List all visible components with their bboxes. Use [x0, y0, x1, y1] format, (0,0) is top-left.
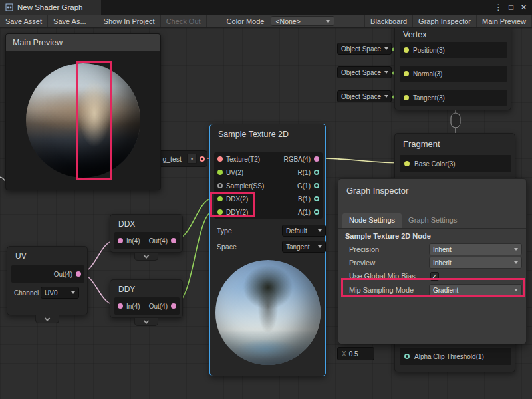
tangent-space-value: Object Space — [341, 93, 381, 100]
type-label: Type — [217, 227, 232, 235]
texture-input-label: Texture(T2) — [223, 156, 263, 163]
r-output-port[interactable] — [314, 170, 319, 175]
save-asset-button[interactable]: Save Asset — [0, 15, 48, 27]
channel-dropdown[interactable]: UV0 — [41, 287, 79, 299]
ddx-node[interactable]: DDX In(4) Out(4) — [110, 214, 183, 253]
fragment-node-title: Fragment — [395, 134, 515, 152]
normal-port-label: Normal(3) — [413, 70, 442, 78]
chevron-down-icon — [144, 253, 149, 258]
sampler-input-label: Sampler(SS) — [223, 182, 267, 190]
normal-port[interactable] — [404, 71, 409, 76]
window-tab[interactable]: New Shader Graph — [0, 0, 101, 15]
chevron-down-icon — [384, 95, 388, 98]
ddy-in-port[interactable] — [118, 303, 123, 309]
space-label: Space — [217, 243, 237, 251]
b-output-label: B(1) — [295, 196, 314, 203]
uv-node-title: UV — [7, 247, 87, 263]
ddx-input-port[interactable] — [217, 196, 223, 201]
chevron-down-icon — [514, 261, 518, 264]
g-output-port[interactable] — [314, 183, 319, 188]
ddx-collapse-toggle[interactable] — [134, 253, 158, 261]
main-preview-header[interactable]: Main Preview — [6, 34, 160, 51]
main-preview-title: Main Preview — [13, 38, 63, 47]
channel-label: Channel — [14, 289, 39, 297]
rgba-output-label: RGBA(4) — [280, 156, 314, 163]
ddx-input-label: DDX(2) — [223, 196, 251, 203]
tangent-space-dropdown[interactable]: Object Space — [337, 90, 392, 102]
type-dropdown[interactable]: Default — [282, 225, 326, 237]
normal-space-dropdown[interactable]: Object Space — [337, 66, 392, 78]
graph-inspector-toggle-button[interactable]: Graph Inspector — [413, 15, 477, 27]
close-icon[interactable]: ✕ — [518, 0, 529, 15]
r-output-label: R(1) — [295, 169, 314, 176]
save-as-button[interactable]: Save As... — [48, 15, 92, 27]
chevron-down-icon — [71, 291, 75, 294]
chevron-down-icon — [144, 318, 149, 323]
uv-input-port[interactable] — [217, 170, 223, 175]
ddy-input-port[interactable] — [217, 209, 223, 215]
mip-bias-checkbox[interactable]: ✓ — [430, 272, 439, 281]
ddy-out-port[interactable] — [171, 303, 176, 309]
uv-collapse-toggle[interactable] — [35, 315, 59, 323]
vertex-node[interactable]: Vertex Position(3) Normal(3) Tangent(3) — [394, 28, 511, 110]
graph-canvas[interactable]: g_test • Vertex Position(3) Normal(3) Ta… — [0, 28, 532, 399]
texture-input-port[interactable] — [217, 156, 223, 162]
sampler-input-port[interactable] — [217, 183, 223, 188]
object-picker-icon[interactable]: • — [187, 154, 197, 164]
shader-graph-icon — [5, 3, 13, 11]
sample-texture-2d-node[interactable]: Sample Texture 2D Texture(T2) RGBA(4) UV… — [209, 124, 326, 376]
alpha-clip-port[interactable] — [404, 354, 410, 359]
tab-graph-settings[interactable]: Graph Settings — [402, 213, 464, 228]
gtest-output-port[interactable] — [200, 156, 205, 162]
mip-mode-value: Gradient — [433, 287, 458, 294]
inspector-node-title: Sample Texture 2D Node — [345, 232, 431, 240]
precision-value: Inherit — [433, 246, 452, 253]
tab-node-settings[interactable]: Node Settings — [342, 213, 402, 228]
precision-dropdown[interactable]: Inherit — [429, 243, 522, 255]
sample-node-port-area: Texture(T2) RGBA(4) UV(2) R(1) Sampler(S… — [214, 152, 323, 219]
b-output-port[interactable] — [314, 196, 319, 201]
mip-mode-dropdown[interactable]: Gradient — [429, 284, 522, 296]
ddx-out-port[interactable] — [171, 238, 176, 243]
alpha-clip-value-field[interactable]: X 0.5 — [337, 347, 374, 360]
a-output-port[interactable] — [314, 209, 319, 215]
ddx-in-port[interactable] — [118, 238, 123, 243]
rgba-output-port[interactable] — [314, 156, 319, 162]
window-menu-icon[interactable]: ⋮ — [493, 0, 504, 15]
chevron-down-icon — [45, 315, 50, 321]
blackboard-toggle-button[interactable]: Blackboard — [364, 15, 413, 27]
uv-out-label: Out(4) — [54, 271, 72, 278]
chevron-down-icon — [384, 47, 388, 50]
alpha-x-label: X — [338, 350, 349, 358]
wire-rgba-to-basecolor[interactable] — [318, 158, 404, 163]
ddy-collapse-toggle[interactable] — [134, 318, 158, 326]
ddy-node-title: DDY — [110, 280, 182, 297]
main-preview-sphere — [26, 63, 140, 178]
check-out-button: Check Out — [161, 15, 207, 27]
base-color-port[interactable] — [404, 161, 410, 166]
uv-out-port[interactable] — [76, 271, 81, 277]
tangent-port[interactable] — [404, 95, 409, 100]
ddy-input-label: DDY(2) — [223, 209, 251, 216]
vertex-node-title: Vertex — [395, 28, 511, 43]
position-port-label: Position(3) — [413, 47, 445, 54]
color-mode-dropdown[interactable]: <None> — [271, 16, 334, 26]
preview-label: Preview — [349, 259, 375, 267]
space-dropdown[interactable]: Tangent — [282, 241, 326, 253]
show-in-project-button[interactable]: Show In Project — [98, 15, 161, 27]
graph-inspector-panel: Graph Inspector Node Settings Graph Sett… — [338, 178, 527, 344]
graph-inspector-title: Graph Inspector — [338, 179, 526, 202]
position-space-value: Object Space — [341, 45, 381, 53]
maximize-icon[interactable]: □ — [505, 0, 517, 15]
chevron-down-icon — [326, 20, 330, 23]
ddy-node[interactable]: DDY In(4) Out(4) — [110, 279, 183, 318]
chevron-down-icon — [318, 245, 322, 248]
chevron-down-icon — [318, 229, 322, 232]
position-port[interactable] — [404, 47, 409, 53]
alpha-value: 0.5 — [349, 350, 358, 358]
ddx-node-title: DDX — [110, 215, 182, 231]
main-preview-toggle-button[interactable]: Main Preview — [477, 15, 532, 27]
preview-dropdown[interactable]: Inherit — [429, 257, 522, 269]
position-space-dropdown[interactable]: Object Space — [337, 43, 392, 55]
uv-node[interactable]: UV Out(4) Channel UV0 — [7, 246, 88, 315]
